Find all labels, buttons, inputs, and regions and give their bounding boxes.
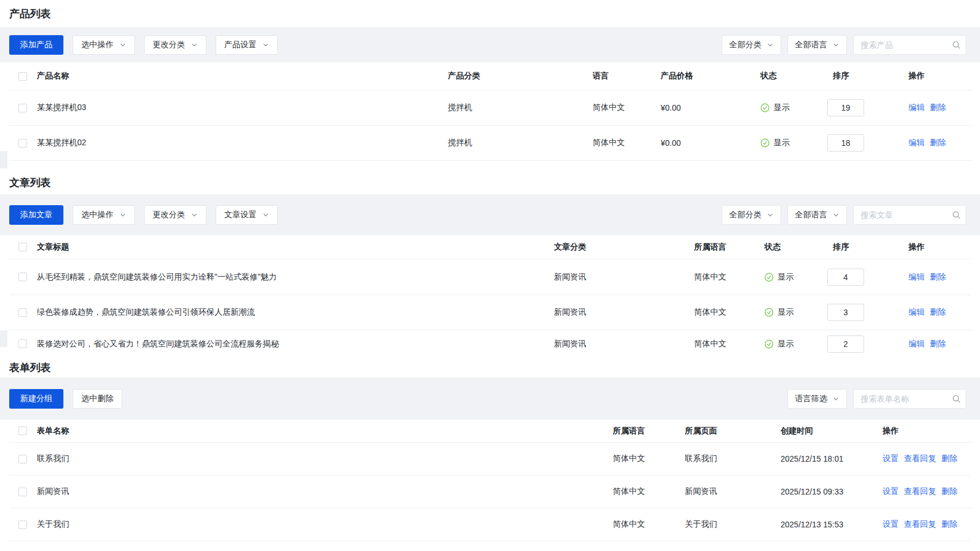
- articles-selected-actions-dropdown[interactable]: 选中操作: [73, 205, 135, 225]
- product-price: ¥0.00: [661, 103, 760, 112]
- delete-link[interactable]: 删除: [930, 103, 946, 113]
- products-language-filter[interactable]: 全部语言: [787, 35, 847, 55]
- add-article-button[interactable]: 添加文章: [9, 205, 63, 225]
- edit-link[interactable]: 编辑: [909, 307, 925, 318]
- search-icon: [952, 210, 961, 220]
- row-select-checkbox[interactable]: [18, 308, 27, 317]
- articles-category-filter[interactable]: 全部分类: [722, 205, 781, 225]
- forms-language-filter[interactable]: 语言筛选: [787, 389, 847, 409]
- edit-link[interactable]: 编辑: [909, 272, 925, 282]
- article-language: 简体中文: [694, 272, 764, 282]
- products-category-filter[interactable]: 全部分类: [722, 35, 781, 55]
- search-icon: [952, 394, 961, 403]
- form-page: 关于我们: [685, 519, 781, 530]
- column-header: 所属页面: [685, 426, 781, 436]
- edit-link[interactable]: 编辑: [909, 138, 925, 148]
- form-name: 联系我们: [37, 454, 613, 464]
- delete-link[interactable]: 删除: [930, 272, 946, 282]
- form-language: 简体中文: [613, 519, 685, 530]
- row-select-checkbox[interactable]: [18, 139, 27, 148]
- chevron-down-icon: [191, 41, 198, 48]
- add-article-label: 添加文章: [20, 210, 52, 220]
- delete-link[interactable]: 删除: [930, 307, 946, 318]
- article-category: 新闻资讯: [554, 307, 694, 318]
- products-selected-actions-dropdown[interactable]: 选中操作: [73, 35, 135, 55]
- column-header: 语言: [593, 71, 661, 81]
- article-settings-label: 文章设置: [224, 210, 257, 220]
- form-name: 关于我们: [37, 519, 613, 530]
- product-category: 搅拌机: [448, 138, 593, 148]
- delete-link[interactable]: 删除: [930, 138, 946, 148]
- select-all-checkbox[interactable]: [18, 243, 27, 251]
- article-title: 绿色装修成趋势，鼎筑空间建筑装修公司引领环保人居新潮流: [37, 307, 554, 318]
- articles-change-category-dropdown[interactable]: 更改分类: [144, 205, 206, 225]
- articles-language-filter[interactable]: 全部语言: [787, 205, 847, 225]
- change-category-label: 更改分类: [153, 40, 185, 50]
- article-category: 新闻资讯: [554, 339, 694, 349]
- table-row: 联系我们 简体中文 联系我们 2025/12/15 18:01 设置 查看回复 …: [9, 443, 971, 475]
- chevron-down-icon: [119, 41, 126, 48]
- category-filter-label: 全部分类: [729, 40, 762, 50]
- select-all-checkbox[interactable]: [18, 427, 27, 435]
- new-group-button[interactable]: 新建分组: [9, 389, 63, 409]
- form-search-input[interactable]: [853, 389, 966, 409]
- form-page: 联系我们: [685, 454, 781, 464]
- view-replies-link[interactable]: 查看回复: [904, 454, 936, 464]
- article-language: 简体中文: [694, 307, 764, 318]
- row-select-checkbox[interactable]: [18, 455, 27, 463]
- products-change-category-dropdown[interactable]: 更改分类: [144, 35, 206, 55]
- column-header: 所属语言: [694, 242, 764, 252]
- sort-input[interactable]: [827, 134, 864, 152]
- column-header: 操作: [909, 71, 968, 81]
- article-settings-dropdown[interactable]: 文章设置: [216, 205, 278, 225]
- settings-link[interactable]: 设置: [883, 486, 899, 497]
- form-created-time: 2025/12/15 09:33: [781, 487, 883, 496]
- article-search-input[interactable]: [853, 205, 966, 225]
- sort-input[interactable]: [827, 304, 864, 321]
- form-created-time: 2025/12/13 15:53: [781, 520, 883, 529]
- delete-link[interactable]: 删除: [941, 454, 958, 464]
- row-select-checkbox[interactable]: [18, 339, 27, 348]
- status-label: 显示: [778, 307, 794, 318]
- product-settings-dropdown[interactable]: 产品设置: [216, 35, 278, 55]
- column-header: 排序: [827, 71, 909, 81]
- product-search-input[interactable]: [853, 35, 966, 55]
- settings-link[interactable]: 设置: [883, 454, 899, 464]
- status-check-icon: [760, 103, 770, 112]
- chevron-down-icon: [832, 41, 839, 48]
- form-page: 新闻资讯: [685, 486, 781, 497]
- delete-selected-button[interactable]: 选中删除: [73, 389, 122, 409]
- add-product-button[interactable]: 添加产品: [9, 35, 63, 55]
- settings-link[interactable]: 设置: [883, 519, 899, 530]
- delete-link[interactable]: 删除: [930, 339, 946, 349]
- row-select-checkbox[interactable]: [18, 488, 27, 496]
- status-check-icon: [764, 308, 774, 317]
- delete-selected-label: 选中删除: [81, 394, 114, 404]
- select-all-checkbox[interactable]: [18, 72, 27, 81]
- column-header: 创建时间: [781, 426, 883, 436]
- row-select-checkbox[interactable]: [18, 104, 27, 112]
- chevron-down-icon: [262, 212, 269, 218]
- row-select-checkbox[interactable]: [18, 273, 27, 281]
- column-header: 文章分类: [554, 242, 694, 252]
- edit-link[interactable]: 编辑: [909, 103, 925, 113]
- row-select-checkbox[interactable]: [18, 520, 27, 529]
- products-table: 产品名称 产品分类 语言 产品价格 状态 排序 操作 某某搅拌机03 搅拌机 简…: [9, 62, 971, 161]
- sort-input[interactable]: [827, 269, 864, 286]
- chevron-down-icon: [119, 212, 126, 218]
- sort-input[interactable]: [827, 99, 864, 116]
- product-settings-label: 产品设置: [224, 40, 257, 50]
- view-replies-link[interactable]: 查看回复: [904, 519, 936, 530]
- delete-link[interactable]: 删除: [941, 486, 958, 497]
- status-label: 显示: [774, 103, 790, 113]
- status-label: 显示: [778, 272, 794, 282]
- view-replies-link[interactable]: 查看回复: [904, 486, 936, 497]
- edit-link[interactable]: 编辑: [909, 339, 925, 349]
- status-label: 显示: [774, 138, 790, 148]
- delete-link[interactable]: 删除: [941, 519, 958, 530]
- selected-actions-label: 选中操作: [81, 40, 114, 50]
- column-header: 产品价格: [661, 71, 760, 81]
- sort-input[interactable]: [827, 335, 864, 353]
- chevron-down-icon: [262, 41, 269, 48]
- table-row: 某某搅拌机02 搅拌机 简体中文 ¥0.00 显示 编辑 删除: [9, 126, 971, 161]
